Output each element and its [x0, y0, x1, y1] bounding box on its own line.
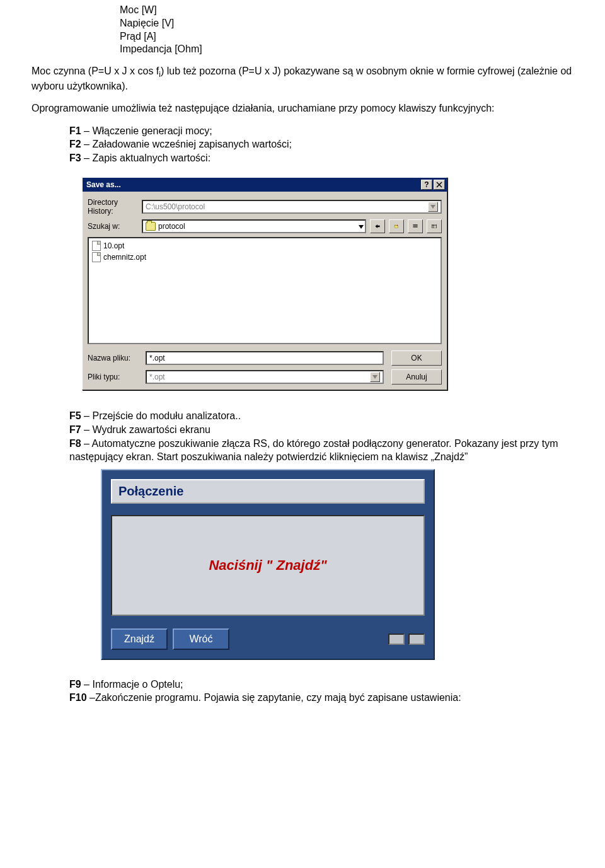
function-key-list-1: F1 – Włączenie generacji mocy; F2 – Zała…: [69, 124, 573, 165]
file-list[interactable]: 10.opt chemnitz.opt: [88, 237, 442, 344]
back-button[interactable]: Wróć: [173, 628, 229, 650]
ok-button[interactable]: OK: [391, 350, 442, 366]
f8-item: F8 – Automatyczne poszukiwanie złącza RS…: [69, 437, 573, 464]
svg-rect-0: [395, 226, 398, 228]
arrow-left-icon: [375, 224, 380, 228]
file-name: chemnitz.opt: [103, 253, 146, 262]
key-desc: – Zapis aktualnych wartości:: [81, 153, 210, 163]
f9-item: F9 – Informacje o Optelu;: [69, 678, 573, 692]
key-desc: – Włączenie generacji mocy;: [81, 125, 212, 136]
directory-history-combo[interactable]: C:\us500\protocol: [142, 200, 442, 214]
save-as-dialog: Save as... ? Directory History: C:\us500…: [82, 177, 447, 390]
details-icon: [432, 224, 437, 228]
f7-item: F7 – Wydruk zawartości ekranu: [69, 423, 573, 437]
connection-dialog: Połączenie Naciśnij " Znajdź" Znajdź Wró…: [101, 469, 435, 660]
connection-title: Połączenie: [111, 479, 425, 504]
f5-item: F5 – Przejście do modułu analizatora..: [69, 409, 573, 423]
f2-item: F2 – Załadowanie wcześniej zapisanych wa…: [69, 137, 573, 151]
key-label: F3: [69, 153, 81, 163]
list-item: Moc [W]: [120, 4, 573, 17]
key-desc: – Załadowanie wcześniej zapisanych warto…: [81, 139, 292, 149]
f1-item: F1 – Włączenie generacji mocy;: [69, 124, 573, 138]
key-label: F9: [69, 679, 81, 690]
dialog-titlebar[interactable]: Save as... ?: [83, 178, 447, 192]
filetype-label: Pliki typu:: [88, 373, 146, 381]
function-key-list-3: F9 – Informacje o Optelu; F10 –Zakończen…: [69, 678, 573, 705]
key-label: F5: [69, 410, 81, 421]
svg-rect-1: [395, 225, 396, 226]
key-label: F10: [69, 692, 87, 703]
dialog-title: Save as...: [86, 180, 121, 189]
help-button[interactable]: ?: [421, 180, 432, 190]
file-item[interactable]: chemnitz.opt: [91, 252, 439, 263]
view-details-button[interactable]: [427, 219, 442, 233]
find-button[interactable]: Znajdź: [111, 628, 168, 650]
new-folder-icon: [394, 224, 399, 228]
file-item[interactable]: 10.opt: [91, 240, 439, 252]
close-icon: [436, 182, 442, 188]
key-desc: – Przejście do modułu analizatora..: [81, 410, 241, 421]
list-item: Napięcie [V]: [120, 17, 573, 30]
paragraph-power: Moc czynna (P=U x J x cos fi) lub też po…: [32, 65, 573, 93]
list-item: Prąd [A]: [120, 30, 573, 43]
status-indicator: [408, 634, 425, 645]
connection-message: Naciśnij " Znajdź": [111, 515, 425, 616]
filetype-combo[interactable]: *.opt: [146, 370, 384, 384]
combo-value: protocol: [156, 222, 359, 231]
key-label: F1: [69, 125, 81, 136]
filename-input[interactable]: *.opt: [146, 351, 384, 365]
measurement-list: Moc [W] Napięcie [V] Prąd [A] Impedancja…: [120, 4, 573, 56]
folder-icon: [146, 222, 156, 231]
list-icon: [413, 224, 418, 228]
up-one-level-button[interactable]: [370, 219, 385, 233]
key-desc: – Informacje o Optelu;: [81, 679, 183, 690]
key-desc: – Automatyczne poszukiwanie złącza RS, d…: [69, 438, 558, 463]
view-list-button[interactable]: [408, 219, 423, 233]
key-label: F8: [69, 438, 81, 449]
cancel-button[interactable]: Anuluj: [391, 369, 442, 385]
key-label: F7: [69, 424, 81, 435]
list-item: Impedancja [Ohm]: [120, 43, 573, 56]
combo-value: C:\us500\protocol: [146, 202, 427, 211]
file-icon: [92, 241, 101, 251]
status-indicator: [388, 634, 405, 645]
input-value: *.opt: [149, 354, 165, 362]
directory-history-label: Directory History:: [88, 198, 138, 216]
chevron-down-icon: [370, 372, 380, 382]
text: Moc czynna (P=U x J x cos f: [32, 66, 159, 76]
file-name: 10.opt: [103, 241, 124, 250]
f10-item: F10 –Zakończenie programu. Pojawia się z…: [69, 691, 573, 705]
close-button[interactable]: [434, 180, 445, 190]
file-icon: [92, 252, 101, 262]
paragraph-intro: Oprogramowanie umożliwia też następujące…: [32, 102, 573, 115]
function-key-list-2: F5 – Przejście do modułu analizatora.. F…: [69, 409, 573, 463]
look-in-combo[interactable]: protocol: [142, 219, 366, 233]
combo-value: *.opt: [149, 373, 369, 381]
chevron-down-icon: [428, 202, 438, 212]
f3-item: F3 – Zapis aktualnych wartości:: [69, 151, 573, 165]
svg-rect-2: [432, 224, 436, 228]
key-desc: – Wydruk zawartości ekranu: [81, 424, 210, 435]
filename-label: Nazwa pliku:: [88, 354, 146, 362]
chevron-down-icon: [359, 222, 364, 231]
key-desc: –Zakończenie programu. Pojawia się zapyt…: [87, 692, 461, 703]
key-label: F2: [69, 139, 81, 149]
look-in-label: Szukaj w:: [88, 222, 138, 231]
new-folder-button[interactable]: [389, 219, 404, 233]
